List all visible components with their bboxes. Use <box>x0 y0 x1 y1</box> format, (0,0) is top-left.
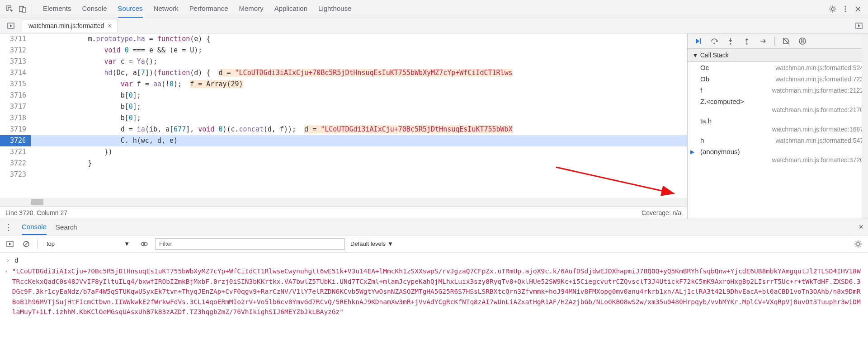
navigator-toggle-icon[interactable] <box>5 20 16 31</box>
horizontal-scrollbar[interactable] <box>0 198 687 206</box>
tab-elements[interactable]: Elements <box>43 0 71 18</box>
run-snippet-icon[interactable] <box>854 20 864 31</box>
close-drawer-icon[interactable]: × <box>859 222 863 232</box>
code-line[interactable]: 3723 <box>0 169 687 180</box>
vertical-scrollbar[interactable] <box>862 33 868 219</box>
callstack-frame[interactable]: fwatchman.min.js:formatted:2122 <box>688 84 868 96</box>
separator <box>37 239 38 249</box>
pause-exceptions-icon[interactable] <box>797 36 807 46</box>
frame-location: watchman.min.js:formatted:723 <box>775 75 863 83</box>
gutter-line-number[interactable]: 3713 <box>0 56 31 67</box>
drawer-menu-icon[interactable]: ⋮ <box>5 222 13 232</box>
tab-network[interactable]: Network <box>154 0 179 18</box>
tab-console[interactable]: Console <box>82 0 107 18</box>
callstack-frame[interactable]: Ocwatchman.min.js:formatted:524 <box>688 62 868 73</box>
svg-rect-8 <box>700 38 701 44</box>
code-line[interactable]: 3712 void 0 === e && (e = U); <box>0 45 687 56</box>
code-line[interactable]: 3722 } <box>0 158 687 169</box>
drawer-tab-console[interactable]: Console <box>22 219 47 235</box>
gutter-line-number[interactable]: 3711 <box>0 33 31 45</box>
gutter-line-number[interactable]: 3715 <box>0 79 31 90</box>
gutter-line-number[interactable]: 3718 <box>0 113 31 124</box>
gutter-line-number[interactable]: 3720 <box>0 135 31 146</box>
step-icon[interactable] <box>758 36 768 46</box>
file-tab[interactable]: watchman.min.js:formatted × <box>22 19 118 32</box>
drawer-tab-search[interactable]: Search <box>56 220 77 235</box>
console-sidebar-icon[interactable] <box>5 239 15 249</box>
step-over-icon[interactable] <box>709 36 719 46</box>
svg-rect-13 <box>802 39 802 43</box>
gutter-line-number[interactable]: 3723 <box>0 169 31 180</box>
frame-name: Ob <box>700 75 709 83</box>
separator <box>32 4 32 14</box>
code-line[interactable]: 3715 var f = aa(!0); f = Array(29) <box>0 79 687 90</box>
callstack-frame[interactable]: ta.hwatchman.min.js:formatted:1887 <box>688 115 868 135</box>
step-out-icon[interactable] <box>742 36 752 46</box>
code-line[interactable]: 3714 hd(Dc, a[7])(function(d) { d = "LCo… <box>0 67 687 79</box>
gutter-line-number[interactable]: 3712 <box>0 45 31 56</box>
code-line[interactable]: 3713 var c = Ya(); <box>0 56 687 67</box>
input-arrow-icon: › <box>5 255 11 265</box>
callstack-frame[interactable]: Obwatchman.min.js:formatted:723 <box>688 73 868 84</box>
console-toolbar: top▼ Default levels ▼ <box>0 235 868 253</box>
console-body[interactable]: › d ‹ "LCoUTDGdi3iAIxCju+70Bc5R5jDtHnsuq… <box>0 253 868 352</box>
scrollbar-thumb[interactable] <box>31 199 43 205</box>
gutter-line-number[interactable]: 3722 <box>0 158 31 169</box>
device-toggle-icon[interactable] <box>16 3 29 15</box>
console-input-value: d <box>14 255 19 265</box>
callstack-frame[interactable]: Z.<computed>watchman.min.js:formatted:21… <box>688 96 868 115</box>
code-line[interactable]: 3719 d = ia(ib, a[677], void 0)(c.concat… <box>0 124 687 135</box>
console-output-value: "LCoUTDGdi3iAIxCju+70Bc5R5jDtHnsuqEsIuKT… <box>12 266 863 317</box>
code-editor[interactable]: 3711 m.prototype.ha = function(e) {3712 … <box>0 33 687 198</box>
resume-icon[interactable] <box>693 36 703 46</box>
more-icon[interactable] <box>839 3 852 15</box>
callstack-frame[interactable]: hwatchman.min.js:formatted:547 <box>688 135 868 146</box>
callstack-frame[interactable]: (anonymous)watchman.min.js:formatted:372… <box>688 146 868 165</box>
tab-performance[interactable]: Performance <box>189 0 228 18</box>
frame-name: Oc <box>700 64 709 71</box>
code-line[interactable]: 3717 b[0]; <box>0 101 687 113</box>
code-line[interactable]: 3718 b[0]; <box>0 113 687 124</box>
code-line[interactable]: 3711 m.prototype.ha = function(e) { <box>0 33 687 45</box>
frame-name: h <box>700 136 704 144</box>
tab-lighthouse[interactable]: Lighthouse <box>318 0 351 18</box>
panel-tabs: Elements Console Sources Network Perform… <box>43 0 351 18</box>
debug-toolbar <box>688 33 868 49</box>
step-into-icon[interactable] <box>726 36 736 46</box>
code-line[interactable]: 3720 C. h(wc, d, e) <box>0 135 687 146</box>
context-selector[interactable]: top▼ <box>43 240 133 247</box>
code-line[interactable]: 3716 b[0]; <box>0 90 687 101</box>
tab-sources[interactable]: Sources <box>118 0 143 18</box>
inspect-element-icon[interactable] <box>4 3 16 15</box>
gutter-line-number[interactable]: 3721 <box>0 146 31 158</box>
code-text: hd(Dc, a[7])(function(d) { d = "LCoUTDGd… <box>31 67 687 79</box>
code-text: var c = Ya(); <box>31 56 687 67</box>
svg-point-10 <box>730 43 731 44</box>
clear-console-icon[interactable] <box>21 239 32 249</box>
svg-point-20 <box>857 243 859 245</box>
tab-application[interactable]: Application <box>274 0 307 18</box>
callstack-header[interactable]: ▼ Call Stack <box>688 49 868 62</box>
frame-location: watchman.min.js:formatted:2170 <box>700 106 863 113</box>
frame-name: (anonymous) <box>700 148 863 155</box>
deactivate-breakpoints-icon[interactable] <box>781 36 791 46</box>
gutter-line-number[interactable]: 3719 <box>0 124 31 135</box>
settings-icon[interactable] <box>826 3 839 15</box>
gutter-line-number[interactable]: 3717 <box>0 101 31 113</box>
log-levels-selector[interactable]: Default levels ▼ <box>350 240 393 247</box>
tab-memory[interactable]: Memory <box>239 0 264 18</box>
gutter-line-number[interactable]: 3714 <box>0 67 31 79</box>
close-icon[interactable]: × <box>108 22 111 29</box>
gutter-line-number[interactable]: 3716 <box>0 90 31 101</box>
filter-input[interactable] <box>155 238 345 250</box>
svg-point-5 <box>845 10 846 12</box>
svg-point-11 <box>746 43 747 44</box>
close-devtools-icon[interactable] <box>852 3 864 15</box>
code-line[interactable]: 3721 }) <box>0 146 687 158</box>
drawer-tabs: ⋮ Console Search × <box>0 219 868 235</box>
frame-location: watchman.min.js:formatted:3720 <box>700 156 863 164</box>
code-text: b[0]; <box>31 101 687 113</box>
console-output-row: ‹ "LCoUTDGdi3iAIxCju+70Bc5R5jDtHnsuqEsIu… <box>5 266 863 317</box>
live-expression-icon[interactable] <box>139 239 150 249</box>
console-settings-icon[interactable] <box>853 239 863 249</box>
